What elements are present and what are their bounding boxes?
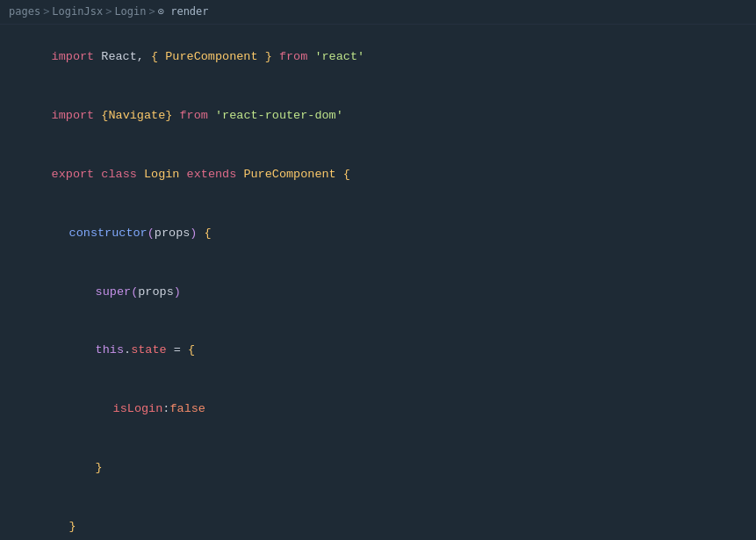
breadcrumb-sep3: >	[149, 4, 155, 20]
code-line: export class Login extends PureComponent…	[0, 146, 756, 205]
code-line: }	[0, 439, 756, 498]
code-editor[interactable]: import React, { PureComponent } from 're…	[0, 25, 756, 540]
code-line: import {Navigate} from 'react-router-dom…	[0, 87, 756, 146]
editor-container: pages > LoginJsx > Login > ⊙ render impo…	[0, 0, 756, 540]
code-line: import React, { PureComponent } from 're…	[0, 28, 756, 87]
breadcrumb-login: Login	[114, 4, 146, 20]
breadcrumb-sep2: >	[105, 4, 112, 20]
breadcrumb-pages: pages	[9, 4, 40, 20]
code-line: super(props)	[0, 263, 756, 321]
code-line: isLogin:false	[0, 380, 756, 439]
code-line: this.state = {	[0, 321, 756, 380]
breadcrumb-sep1: >	[43, 4, 49, 20]
code-line: constructor(props) {	[0, 205, 756, 263]
breadcrumb-loginjsx: LoginJsx	[52, 4, 103, 20]
breadcrumb-render: ⊙ render	[158, 4, 209, 20]
code-line: }	[0, 498, 756, 540]
breadcrumb-bar: pages > LoginJsx > Login > ⊙ render	[0, 0, 756, 25]
